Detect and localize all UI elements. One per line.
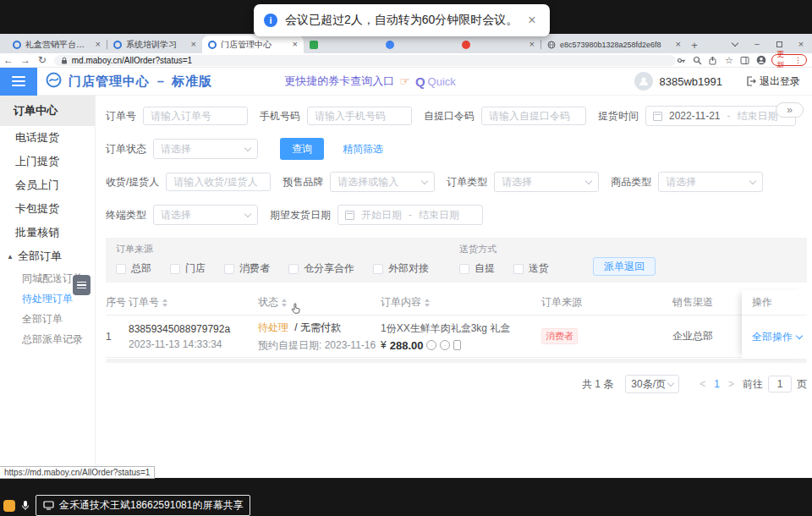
quick-label: Quick: [428, 75, 456, 88]
chevron-down-icon: [796, 332, 803, 338]
forward-icon[interactable]: →: [17, 54, 34, 66]
sidebar-item-phone-pickup[interactable]: 电话提货: [0, 126, 95, 150]
sidebar-item-door-pickup[interactable]: 上门提货: [0, 150, 95, 173]
hamburger-menu-button[interactable]: [0, 68, 37, 96]
tab-close-icon[interactable]: ×: [676, 40, 681, 49]
row-action-dropdown[interactable]: 全部操作: [742, 316, 807, 358]
simple-filter-link[interactable]: 精简筛选: [343, 142, 383, 156]
goods-type-select[interactable]: 请选择: [658, 172, 763, 192]
bookmark-star-icon[interactable]: ☆: [723, 55, 734, 66]
tab-close-icon[interactable]: ×: [529, 40, 535, 49]
checkbox-warehouse-share[interactable]: 仓分享合作: [288, 261, 354, 276]
order-status-select[interactable]: 请选择: [153, 139, 258, 159]
zoom-icon[interactable]: [692, 55, 703, 66]
profile-avatar-icon[interactable]: [755, 55, 766, 66]
browser-tab-hidden-3[interactable]: ×: [456, 36, 540, 53]
order-type-select[interactable]: 请选择: [494, 172, 599, 192]
address-bar[interactable]: md.maboy.cn/AllOrder?status=1: [54, 55, 676, 66]
search-button[interactable]: 查询: [280, 138, 324, 160]
close-window-button[interactable]: ×: [790, 39, 812, 49]
sidebar-item-card-pickup[interactable]: 卡包提货: [0, 197, 95, 221]
checkbox-self-pickup[interactable]: 自提: [459, 261, 495, 276]
page-size-select[interactable]: 30条/页: [625, 375, 679, 393]
maximize-button[interactable]: [768, 39, 790, 49]
quick-entry-banner[interactable]: 更快捷的券卡查询入口 ☞ Q Quick: [284, 74, 455, 89]
browser-tab-4[interactable]: e8c573980b1328a258fd2e6f8 ×: [541, 36, 687, 53]
minimize-button[interactable]: −: [746, 39, 768, 49]
microphone-icon[interactable]: [21, 500, 30, 511]
current-page[interactable]: 1: [714, 378, 720, 390]
sidebar-group-all-orders[interactable]: ▲ 全部订单: [0, 244, 95, 268]
logout-button[interactable]: 退出登录: [746, 74, 800, 89]
tab-close-icon[interactable]: ×: [96, 40, 101, 49]
browser-toolbar: ← → ↻ md.maboy.cn/AllOrder?status=1 ☆: [0, 53, 812, 68]
tab-close-icon[interactable]: ×: [293, 40, 298, 49]
browser-tab-1[interactable]: 礼盒营销平台管理中心 ×: [7, 36, 107, 53]
checkbox-store[interactable]: 门店: [170, 261, 206, 276]
pointing-finger-icon: ☞: [399, 74, 410, 88]
col-header-content[interactable]: 订单内容: [381, 295, 541, 310]
sidebar-item-member-visit[interactable]: 会员上门: [0, 173, 95, 197]
password-key-icon[interactable]: [676, 55, 687, 66]
sidebar-item-batch-verify[interactable]: 批量核销: [0, 221, 95, 244]
side-panel-icon[interactable]: [739, 55, 750, 66]
col-header-status[interactable]: 状态: [258, 295, 381, 310]
checkbox-hq[interactable]: 总部: [116, 261, 151, 276]
order-no-input[interactable]: [143, 107, 248, 125]
new-tab-button[interactable]: +: [687, 39, 702, 52]
calendar-icon: [345, 211, 354, 220]
dispatch-return-button[interactable]: 派单退回: [593, 257, 656, 276]
expand-filters-button[interactable]: »: [776, 102, 804, 118]
group-label: 全部订单: [18, 249, 62, 264]
chevron-down-icon: [244, 210, 251, 217]
sort-icon[interactable]: [425, 299, 430, 307]
tab-favicon-icon: [113, 41, 122, 49]
col-header-order-no[interactable]: 订单号: [129, 295, 258, 310]
chrome-update-button[interactable]: 更新 ⋮: [771, 54, 807, 66]
tab-search-chevron-icon[interactable]: [724, 39, 746, 49]
field-label: 自提口令码: [424, 109, 475, 124]
url-text: md.maboy.cn/AllOrder?status=1: [72, 56, 192, 65]
checkbox-delivery[interactable]: 送货: [513, 261, 549, 276]
checkbox-consumer[interactable]: 消费者: [224, 261, 270, 276]
browser-tab-hidden-1[interactable]: [304, 36, 380, 53]
date-end-placeholder: 结束日期: [738, 109, 778, 124]
cell-source: 消费者: [541, 328, 672, 344]
phone-input[interactable]: [307, 107, 412, 125]
tab-favicon-icon: [13, 41, 21, 49]
logout-label: 退出登录: [760, 74, 800, 89]
source-filter-band: 订单来源 总部 门店 消费者 仓分享合作 外部对接 送货方式 自提 送货: [106, 238, 807, 283]
browser-tab-active[interactable]: 门店管理中心 ×: [202, 36, 304, 53]
tab-close-icon[interactable]: ×: [191, 40, 196, 49]
back-icon[interactable]: ←: [0, 54, 17, 66]
header-label: 状态: [258, 295, 278, 310]
terminal-type-select[interactable]: 请选择: [153, 205, 258, 225]
presale-brand-select[interactable]: 请选择或输入: [330, 172, 435, 192]
meeting-toast: i 会议已超过2人，自动转为60分钟限时会议。 ×: [254, 4, 550, 36]
share-icon[interactable]: [708, 55, 719, 66]
sidebar-item-hq-dispatch-records[interactable]: 总部派单记录: [0, 329, 95, 349]
sort-icon[interactable]: [162, 299, 167, 307]
prev-page-icon[interactable]: <: [700, 378, 705, 390]
field-label: 订单类型: [447, 175, 487, 189]
goto-page-input[interactable]: [768, 376, 792, 392]
reload-icon[interactable]: ↻: [34, 54, 51, 66]
sidebar-item-all-orders[interactable]: 全部订单: [0, 309, 95, 329]
receiver-input[interactable]: [166, 173, 271, 191]
expect-ship-date-range[interactable]: 开始日期 - 结束日期: [337, 205, 483, 225]
checkbox-external[interactable]: 外部对接: [373, 261, 429, 276]
browser-tab-2[interactable]: 系统培训学习 ×: [107, 36, 202, 53]
toast-close-icon[interactable]: ×: [528, 14, 535, 27]
pickup-code-input[interactable]: [481, 107, 586, 125]
sidebar-collapse-handle[interactable]: [73, 275, 91, 295]
user-avatar-icon[interactable]: [634, 72, 653, 91]
browser-tab-hidden-2[interactable]: [380, 36, 456, 53]
table-row[interactable]: 1 83859345088979792a 2023-11-13 14:33:34…: [106, 316, 807, 358]
horizontal-scrollbar[interactable]: [106, 359, 807, 363]
pickup-time-range[interactable]: 2022-11-21 - 结束日期: [645, 106, 796, 126]
sort-icon[interactable]: [282, 299, 287, 307]
kebab-menu-icon[interactable]: ⋮: [794, 56, 802, 64]
status-badge: 待处理: [258, 321, 288, 333]
delivery-method-group: 送货方式 自提 送货: [459, 243, 568, 276]
next-page-icon[interactable]: >: [728, 378, 734, 390]
